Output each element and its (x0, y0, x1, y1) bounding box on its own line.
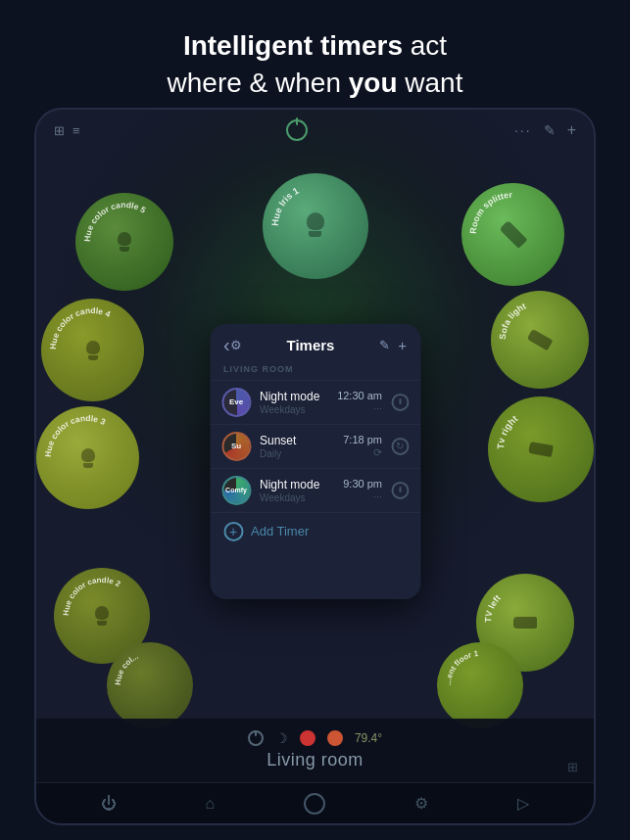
timer-schedule-1: Weekdays (260, 403, 328, 414)
light-circle-room-splitter[interactable]: Room splitter (461, 183, 564, 286)
bottom-power-icon[interactable] (248, 730, 264, 746)
light-circle-hue5[interactable]: Hue color candle 5 (75, 193, 173, 291)
top-bar-left: ⊞ ≡ (54, 123, 80, 138)
timer-repeat-icon-2[interactable]: ↻ (391, 437, 409, 454)
light-circle-tv-right[interactable]: Tv right (488, 397, 594, 502)
header-text1: act (411, 30, 447, 61)
svg-text:Hue color candle 5: Hue color candle 5 (82, 200, 148, 242)
bulb-icon (304, 212, 327, 240)
timer-power-icon-1[interactable] (391, 393, 409, 410)
timer-info-1: Night mode Weekdays (260, 389, 328, 414)
timer-info-3: Night mode Weekdays (260, 477, 334, 502)
timer-time-3: 9:30 pm (343, 478, 382, 490)
timer-right-1: 12:30 am ··· (337, 390, 382, 414)
bottom-temp: 79.4° (355, 731, 382, 745)
nav-power[interactable]: ⏻ (101, 795, 117, 813)
timer-back-button[interactable]: ‹ (223, 333, 230, 355)
svg-text:Hue color candle 4: Hue color candle 4 (48, 305, 113, 350)
add-icon[interactable]: + (567, 121, 576, 139)
timer-right-2: 7:18 pm ⟳ (343, 433, 382, 458)
timer-time-2: 7:18 pm (343, 433, 382, 444)
light-circle-hue4[interactable]: Hue color candle 4 (41, 299, 144, 401)
svg-text:Hue col...: Hue col... (114, 652, 140, 685)
bottom-circle-red[interactable] (300, 730, 315, 746)
timer-panel-title: Timers (242, 336, 380, 352)
light-circle-sofa-light[interactable]: Sofa light (491, 291, 589, 389)
tablet-frame: ⊞ ≡ ··· ✎ + Hue Iris 1 (34, 108, 596, 825)
light-circle-hue-iris[interactable]: Hue Iris 1 (263, 173, 368, 279)
timer-power-icon-3[interactable] (391, 481, 409, 498)
bottom-circle-orange[interactable] (327, 730, 343, 746)
bottom-moon-icon[interactable]: ☽ (275, 730, 288, 746)
edit-icon[interactable]: ✎ (544, 122, 556, 138)
avatar-label-evening: Eve (229, 397, 243, 406)
svg-text:TV left: TV left (483, 593, 503, 623)
timer-info-2: Sunset Daily (260, 433, 334, 458)
timer-avatar-evening: Eve (221, 387, 251, 416)
timer-panel-settings[interactable]: ⚙ (230, 337, 242, 351)
svg-text:Hue Iris 1: Hue Iris 1 (268, 184, 300, 226)
svg-text:Hue color candle 3: Hue color candle 3 (43, 413, 108, 457)
timer-schedule-3: Weekdays (260, 491, 334, 502)
timer-panel-header: ‹ ⚙ Timers ✎ + (210, 323, 420, 359)
timer-action-2: ⟳ (343, 445, 382, 458)
timer-time-1: 12:30 am (337, 390, 382, 401)
nav-settings[interactable]: ⚙ (414, 794, 428, 813)
header-bold1: Intelligent timers (183, 30, 403, 61)
svg-text:Tv right: Tv right (495, 412, 520, 449)
svg-text:Hue color candle 2: Hue color candle 2 (62, 576, 122, 616)
timer-item-2[interactable]: Su Sunset Daily 7:18 pm ⟳ ↻ (210, 423, 420, 467)
top-bar: ⊞ ≡ ··· ✎ + (36, 110, 594, 145)
light-circle-huco[interactable]: Hue col... (107, 642, 193, 728)
timer-edit-button[interactable]: ✎ (379, 337, 390, 351)
light-circle-floor[interactable]: ...ent floor 1 (437, 642, 523, 728)
timer-section-label: LIVING ROOM (210, 359, 420, 379)
timer-avatar-sunset: Su (221, 431, 251, 460)
svg-text:...ent floor 1: ...ent floor 1 (444, 649, 479, 685)
nav-circle[interactable] (304, 793, 325, 815)
timer-avatar-comfy: Comfy (221, 475, 251, 504)
timer-item-3[interactable]: Comfy Night mode Weekdays 9:30 pm ··· (210, 467, 420, 511)
add-timer-label: Add Timer (251, 524, 309, 538)
timer-right-3: 9:30 pm ··· (343, 478, 382, 502)
light-circle-hue3[interactable]: Hue color candle 3 (36, 406, 139, 509)
timer-name-2: Sunset (260, 433, 334, 446)
add-timer-plus-icon: + (223, 521, 243, 540)
footer-nav: ⏻ ⌂ ⚙ ▷ (36, 782, 594, 823)
menu-icon[interactable]: ≡ (73, 123, 80, 138)
add-timer-button[interactable]: + Add Timer (210, 511, 420, 549)
timer-add-button[interactable]: + (398, 336, 407, 352)
timer-name-3: Night mode (260, 477, 334, 490)
header-text3: want (405, 68, 462, 98)
avatar-label-comfy: Comfy (225, 487, 247, 493)
timer-action-3: ··· (343, 490, 382, 502)
top-bar-right: ··· ✎ + (514, 121, 576, 139)
bottom-icons-row: ☽ 79.4° (248, 730, 382, 746)
header-text2: where & when (168, 68, 349, 98)
nav-home[interactable]: ⌂ (206, 795, 216, 813)
svg-text:Sofa light: Sofa light (498, 301, 527, 340)
header-section: Intelligent timers act where & when you … (0, 0, 630, 117)
timer-item-1[interactable]: Eve Night mode Weekdays 12:30 am ··· (210, 379, 420, 423)
more-icon[interactable]: ··· (514, 122, 532, 138)
top-bar-center (286, 119, 308, 141)
sidebar-icon[interactable]: ⊞ (54, 123, 65, 138)
timer-schedule-2: Daily (260, 447, 334, 458)
room-name: Living room (267, 750, 363, 770)
power-icon-center[interactable] (286, 119, 308, 141)
nav-play[interactable]: ▷ (517, 794, 529, 813)
avatar-label-sunset: Su (231, 442, 241, 450)
header-bold2: you (349, 68, 398, 98)
grid-view-icon[interactable]: ⊞ (567, 760, 578, 774)
timer-panel: ‹ ⚙ Timers ✎ + LIVING ROOM Eve Night mod… (210, 323, 420, 598)
timer-name-1: Night mode (260, 389, 328, 402)
bottom-status-bar: ☽ 79.4° Living room ⊞ (36, 719, 594, 782)
timer-action-1: ··· (337, 402, 382, 414)
